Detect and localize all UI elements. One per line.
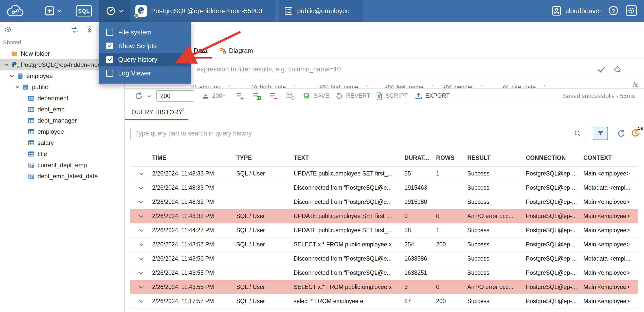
query-history-row[interactable]: 2/26/2024, 11:43:55 PMSQL / UserSELECT x…: [130, 280, 638, 294]
qh-column-header[interactable]: TYPE: [236, 154, 294, 161]
tree-item-dept-emp[interactable]: dept_emp: [0, 104, 124, 115]
menu-item-query-history[interactable]: Query history: [99, 53, 191, 66]
help-button[interactable]: ?: [608, 5, 619, 17]
column-header-birth_date[interactable]: birth_date: [251, 82, 297, 88]
sidebar-settings-button[interactable]: [4, 25, 12, 35]
row-limit-input[interactable]: [156, 90, 194, 102]
script-button[interactable]: SCRIPT: [375, 92, 408, 100]
column-header-first_name[interactable]: ABCfirst_name: [319, 82, 369, 88]
unchecked-checkbox-icon[interactable]: [106, 70, 113, 77]
expand-row-icon[interactable]: [130, 256, 152, 262]
delete-row-button[interactable]: [269, 91, 278, 101]
expand-row-icon[interactable]: [130, 241, 152, 248]
refresh-dropdown-icon[interactable]: [147, 94, 151, 98]
duplicate-row-button[interactable]: [252, 91, 261, 101]
cell-context: Metadata <empl...: [583, 184, 638, 191]
qh-column-header[interactable]: CONNECTION: [526, 154, 583, 161]
menu-item-log-viewer[interactable]: Log Viewer: [99, 66, 191, 80]
connection-selector[interactable]: PostgreSQL@ep-hidden-moon-55203: [131, 0, 275, 22]
auto-refresh-button[interactable]: 5s: [630, 128, 641, 139]
query-history-row[interactable]: 2/26/2024, 11:48:32 PMDisconnected from …: [130, 195, 638, 209]
schema-selector[interactable]: public@employee: [279, 0, 363, 22]
qh-column-header[interactable]: TIME: [152, 154, 236, 161]
expand-row-icon[interactable]: [130, 270, 152, 276]
tree-item-employee[interactable]: employee: [0, 126, 124, 137]
qh-column-header[interactable]: TEXT: [294, 154, 404, 161]
sort-icon[interactable]: [227, 84, 231, 88]
expand-row-icon[interactable]: [130, 298, 152, 305]
clear-filter-icon[interactable]: [613, 65, 621, 74]
filter-input[interactable]: expression to filter results, e.g. colum…: [197, 59, 341, 80]
tree-item-department[interactable]: department: [0, 93, 124, 104]
settings-button[interactable]: [625, 5, 637, 17]
column-header-emp_no[interactable]: 123emp_no: [190, 82, 231, 88]
tree-item-dept-manager[interactable]: dept_manager: [0, 115, 124, 126]
query-history-row[interactable]: 2/26/2024, 11:17:57 PMSQL / Userselect *…: [130, 294, 638, 308]
column-header-hire_date[interactable]: hire_date: [503, 82, 547, 88]
sql-editor-button[interactable]: SQL: [76, 0, 92, 22]
column-header-last_name[interactable]: ABClast_name: [385, 82, 435, 88]
query-history-row[interactable]: 2/26/2024, 11:43:56 PMDisconnected from …: [130, 252, 638, 266]
unchecked-checkbox-icon[interactable]: [106, 29, 113, 36]
filter-button[interactable]: [593, 127, 608, 140]
cell-rows: 200: [436, 298, 467, 305]
tree-item-title[interactable]: title: [0, 148, 124, 160]
sort-icon[interactable]: [542, 84, 547, 88]
expand-row-icon[interactable]: [130, 185, 152, 191]
sort-icon[interactable]: [430, 84, 435, 88]
refresh-cell-button[interactable]: [286, 91, 295, 101]
query-history-row[interactable]: 2/26/2024, 11:43:55 PMDisconnected from …: [130, 266, 638, 280]
tab-query-history[interactable]: QUERY HISTORY ×: [125, 103, 188, 121]
sort-icon[interactable]: [365, 84, 369, 88]
tree-item-current-dept-emp[interactable]: current_dept_emp: [0, 160, 124, 171]
refresh-data-button[interactable]: [134, 91, 143, 101]
grid-settings-icon[interactable]: [632, 81, 639, 88]
close-tab-icon[interactable]: ×: [180, 106, 184, 113]
query-history-row[interactable]: 2/26/2024, 11:43:57 PMSQL / UserSELECT x…: [130, 238, 638, 252]
collapse-all-button[interactable]: [85, 25, 94, 35]
revert-button[interactable]: REVERT: [335, 92, 370, 100]
tab-data-label: Data: [194, 47, 207, 54]
checked-checkbox-icon[interactable]: [106, 56, 113, 63]
tab-diagram[interactable]: Diagram: [219, 43, 253, 58]
tab-data[interactable]: Data: [189, 43, 212, 58]
query-history-search-input[interactable]: [130, 127, 585, 140]
query-history-row[interactable]: 2/26/2024, 11:48:32 PMSQL / UserUPDATE p…: [130, 209, 638, 223]
cell-connection: PostgreSQL@ep-...: [526, 184, 583, 191]
expand-row-icon[interactable]: [130, 170, 152, 177]
menu-item-file-system[interactable]: File system: [99, 25, 191, 39]
export-button[interactable]: EXPORT: [415, 92, 450, 100]
query-history-row[interactable]: 2/26/2024, 11:44:27 PMSQL / UserUPDATE p…: [130, 223, 638, 238]
user-menu-button[interactable]: cloudbeaver: [551, 6, 601, 16]
sync-connections-button[interactable]: [70, 25, 79, 35]
refresh-history-button[interactable]: [616, 129, 626, 139]
sort-icon[interactable]: [292, 84, 297, 88]
expander-icon[interactable]: [3, 62, 10, 68]
new-connection-button[interactable]: [45, 0, 62, 22]
expand-row-icon[interactable]: [130, 284, 152, 290]
tree-item-salary[interactable]: salary: [0, 137, 124, 148]
qh-column-header[interactable]: DURAT...: [404, 154, 436, 161]
qh-column-header[interactable]: CONTEXT: [583, 154, 638, 161]
expander-icon[interactable]: [8, 73, 16, 79]
expand-row-icon[interactable]: [130, 213, 152, 220]
qh-column-header[interactable]: RESULT: [467, 154, 526, 161]
apply-filter-icon[interactable]: [597, 65, 606, 75]
expand-row-icon[interactable]: [130, 199, 152, 205]
expander-icon[interactable]: [14, 84, 21, 90]
add-row-button[interactable]: [236, 91, 245, 101]
fetch-more-button[interactable]: 200+: [202, 92, 226, 100]
query-history-row[interactable]: 2/26/2024, 11:48:33 PMSQL / UserUPDATE p…: [130, 167, 638, 181]
tools-menu-button[interactable]: [99, 0, 131, 22]
sort-icon[interactable]: [479, 84, 484, 88]
qh-column-header[interactable]: ROWS: [436, 154, 467, 161]
tree-item-dept-emp-latest-date[interactable]: dept_emp_latest_date: [0, 171, 124, 182]
save-button[interactable]: SAVE: [302, 92, 329, 100]
expand-row-icon[interactable]: [130, 227, 152, 234]
menu-item-show-scripts[interactable]: Show Scripts: [99, 39, 191, 53]
checked-checkbox-icon[interactable]: [106, 43, 113, 49]
query-history-row[interactable]: 2/26/2024, 11:48:33 PMDisconnected from …: [130, 181, 638, 195]
query-history-table: TIMETYPETEXTDURAT...ROWSRESULTCONNECTION…: [130, 149, 638, 308]
cloudbeaver-logo-icon[interactable]: [6, 4, 25, 19]
column-header-gender[interactable]: ABCgender: [443, 82, 484, 88]
